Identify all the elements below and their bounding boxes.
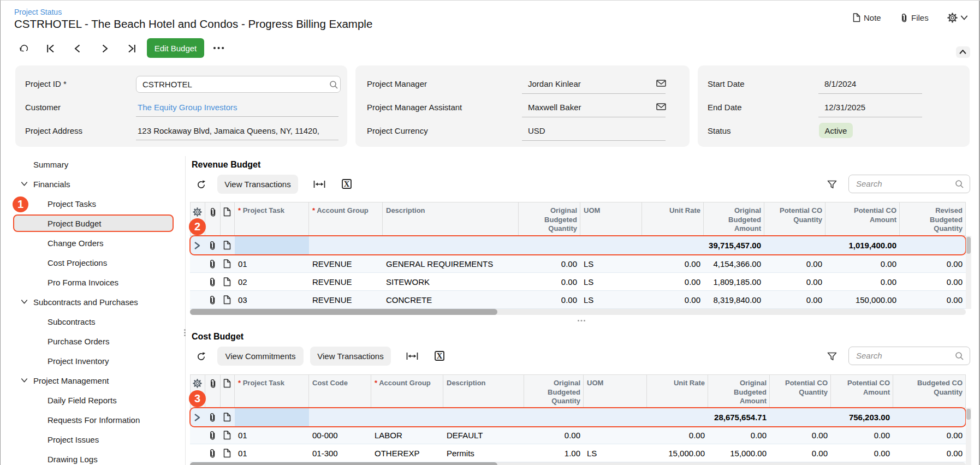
svg-text:X: X — [437, 351, 443, 360]
svg-text:X: X — [344, 180, 350, 188]
